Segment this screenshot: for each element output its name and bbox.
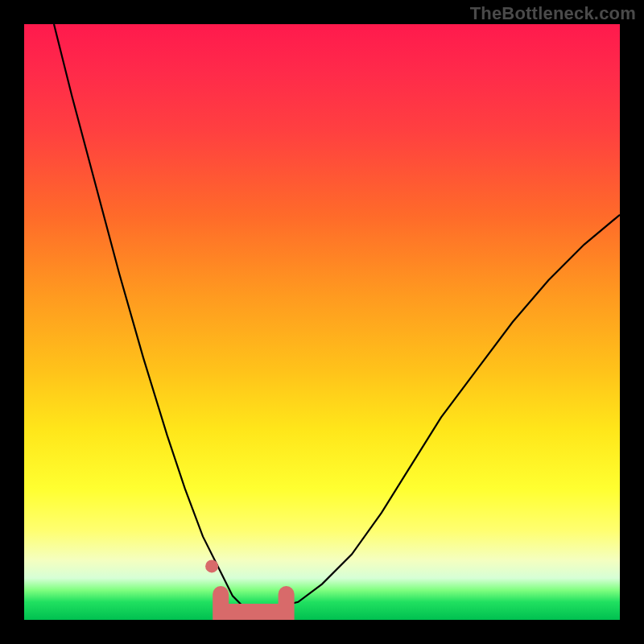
plot-area [24,24,620,620]
watermark-text: TheBottleneck.com [470,3,636,24]
curve-svg [24,24,620,620]
optimal-range-bracket [221,594,286,612]
marker-dot [205,559,218,572]
chart-frame: TheBottleneck.com [0,0,644,644]
bottleneck-curve [54,24,620,608]
